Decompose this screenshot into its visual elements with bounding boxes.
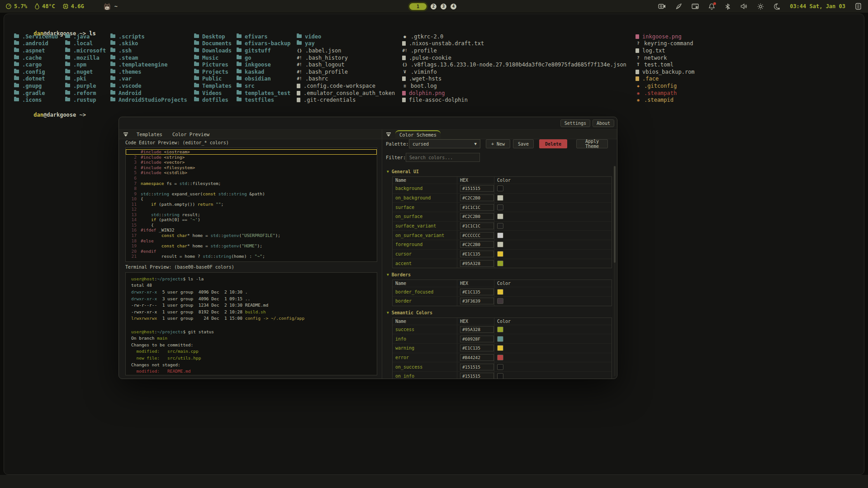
- color-swatch[interactable]: [497, 185, 503, 191]
- color-swatch[interactable]: [497, 355, 503, 360]
- vim-icon: V: [402, 70, 408, 74]
- color-swatch[interactable]: [497, 204, 503, 210]
- hex-value-input[interactable]: #151515: [460, 364, 494, 370]
- focused-app-indicator[interactable]: ~: [103, 3, 118, 10]
- code-token: <vector>: [164, 160, 185, 165]
- prompt-user: dan: [33, 112, 43, 118]
- color-swatch[interactable]: [497, 223, 503, 229]
- hex-value-input[interactable]: #151515: [460, 373, 494, 379]
- dir-item: inkgoose: [237, 61, 290, 68]
- line-number: 15: [126, 223, 137, 227]
- workspace-3[interactable]: 3: [441, 4, 446, 9]
- hex-value-input[interactable]: #B44242: [460, 354, 494, 361]
- section-header[interactable]: ▼Borders: [387, 272, 617, 277]
- swatch-cell: [494, 231, 612, 240]
- code-token: );: [275, 233, 280, 238]
- dir-name: Templates: [202, 83, 232, 89]
- night-light-icon[interactable]: [773, 3, 780, 10]
- color-swatch[interactable]: [497, 298, 503, 304]
- chevron-down-icon: ▼: [387, 273, 389, 277]
- swatch-cell: [494, 212, 612, 221]
- color-swatch[interactable]: [497, 251, 503, 257]
- brightness-icon[interactable]: [757, 3, 764, 10]
- volume-icon[interactable]: [740, 3, 748, 9]
- hex-value-input[interactable]: #95A328: [460, 260, 494, 267]
- shell-icon: #!: [297, 76, 302, 81]
- folder-icon: [110, 76, 115, 80]
- workspace-1-active[interactable]: 1: [409, 3, 427, 10]
- about-button[interactable]: About: [593, 119, 614, 127]
- pane-collapse-icon[interactable]: [123, 133, 128, 137]
- workspace-2[interactable]: 2: [431, 4, 436, 9]
- clock[interactable]: 03:44 Sat, Jan 03: [790, 3, 845, 9]
- color-swatch[interactable]: [497, 373, 503, 379]
- hex-value-input[interactable]: #151515: [460, 185, 494, 192]
- color-swatch[interactable]: [497, 336, 503, 342]
- hex-value-input[interactable]: #1C1C1C: [460, 204, 494, 211]
- code-line: 5#include <cstdlib>: [126, 170, 377, 175]
- terminal-preview-line: new file: src/utils.hpp: [131, 355, 377, 361]
- hex-value-input[interactable]: #C2C2B0: [460, 213, 494, 220]
- color-swatch[interactable]: [497, 345, 503, 351]
- hex-value-input[interactable]: #3F3639: [460, 298, 494, 304]
- delete-button[interactable]: Delete: [539, 139, 567, 148]
- color-swatch[interactable]: [497, 213, 503, 219]
- dir-item: video: [297, 33, 395, 40]
- file-item: .pulse-cookie: [402, 54, 626, 62]
- dir-item: efivars-backup: [237, 40, 290, 47]
- notifications-indicator[interactable]: [708, 3, 715, 10]
- pane-collapse-icon[interactable]: [386, 133, 391, 137]
- tab-color-preview[interactable]: Color Preview: [168, 130, 213, 138]
- hex-value-input[interactable]: #CCCCCC: [460, 232, 494, 239]
- tab-templates[interactable]: Templates: [133, 130, 166, 138]
- swatch-cell: [494, 344, 612, 353]
- line-number: 5: [126, 170, 137, 175]
- color-swatch[interactable]: [497, 327, 503, 332]
- search-colors-input[interactable]: Search colors...: [406, 153, 480, 162]
- color-swatch[interactable]: [497, 261, 503, 266]
- color-swatch[interactable]: [497, 195, 503, 201]
- color-name: cursor: [395, 251, 412, 256]
- system-tray-icon[interactable]: [855, 3, 862, 10]
- scrollbar-track[interactable]: [614, 166, 616, 376]
- terminal-preview-line: Changes to be committed:: [131, 341, 377, 348]
- hex-value-input[interactable]: #C2C2B0: [460, 241, 494, 248]
- hex-value-input[interactable]: #1C1C1C: [460, 223, 494, 229]
- file-name: .git-credentials: [304, 97, 356, 103]
- apply-theme-button[interactable]: Apply Theme: [576, 139, 608, 148]
- doc-icon: [402, 41, 406, 46]
- hex-value-input[interactable]: #60928F: [460, 336, 494, 342]
- hex-cell: #151515: [457, 184, 494, 193]
- hex-value-input[interactable]: #E1C135: [460, 345, 494, 351]
- screen-record-icon[interactable]: [658, 3, 666, 9]
- color-swatch[interactable]: [497, 364, 503, 370]
- folder-icon: [297, 41, 302, 45]
- new-palette-button[interactable]: + New: [486, 139, 510, 148]
- workspace-4[interactable]: 4: [451, 4, 456, 9]
- hex-value-input[interactable]: #95A328: [460, 326, 494, 333]
- dir-item: Downloads: [194, 47, 232, 54]
- color-name: warning: [395, 346, 414, 351]
- palette-dropdown[interactable]: cursed ▼: [409, 139, 480, 148]
- settings-button[interactable]: Settings: [560, 119, 590, 127]
- bluetooth-off-icon[interactable]: [725, 3, 731, 10]
- folder-icon: [194, 84, 199, 87]
- hex-value-input[interactable]: #E1C135: [460, 251, 494, 257]
- code-token: if: [151, 217, 156, 222]
- hex-value-input[interactable]: #E1C135: [460, 289, 494, 295]
- color-swatch[interactable]: [497, 242, 503, 247]
- palette-label: Palette:: [386, 141, 409, 147]
- screenshot-tray-icon[interactable]: [692, 3, 699, 9]
- code-token: '~': [190, 217, 198, 222]
- tab-color-schemes[interactable]: Color Schemes: [395, 130, 441, 138]
- save-button[interactable]: Save: [513, 139, 534, 148]
- color-swatch[interactable]: [497, 232, 503, 238]
- hex-value-input[interactable]: #C2C2B0: [460, 194, 494, 201]
- section-header[interactable]: ▼General UI: [387, 169, 617, 174]
- file-item: #!.bashrc: [297, 76, 395, 83]
- feather-icon[interactable]: [675, 3, 682, 9]
- color-swatch[interactable]: [497, 289, 503, 295]
- scrollbar-thumb[interactable]: [614, 166, 616, 263]
- color-row: accent#95A328: [393, 259, 612, 268]
- section-header[interactable]: ▼Semantic Colors: [387, 310, 617, 315]
